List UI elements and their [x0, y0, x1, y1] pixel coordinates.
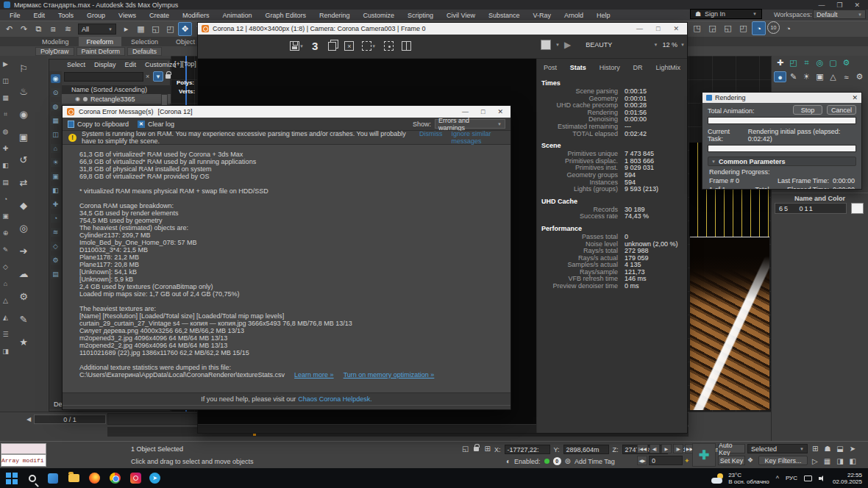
utilities-tab-icon[interactable]: ⚙: [840, 57, 853, 68]
filter-icon[interactable]: ▤: [51, 270, 60, 279]
spacewarps-category-icon[interactable]: ≈: [840, 71, 853, 82]
tool-icon[interactable]: ◨: [1, 346, 10, 356]
telegram-icon[interactable]: ➤: [149, 473, 160, 484]
search-input[interactable]: [65, 73, 143, 81]
maximize-button[interactable]: □: [481, 108, 485, 115]
selection-region-icon[interactable]: ◱: [149, 22, 163, 36]
create-key-button[interactable]: ✚: [692, 443, 716, 467]
visibility-eye-icon[interactable]: ◉: [75, 96, 80, 102]
filter-icon[interactable]: ◧: [51, 186, 60, 195]
tool-icon[interactable]: ✎: [1, 245, 10, 254]
go-to-start-button[interactable]: |◀◀: [637, 444, 648, 453]
menu-item[interactable]: Help: [590, 12, 617, 19]
minimize-button[interactable]: —: [462, 108, 469, 115]
tool-icon[interactable]: ☰: [1, 329, 10, 339]
tool-icon[interactable]: ✚: [1, 143, 10, 153]
firefox-icon[interactable]: [88, 472, 101, 485]
tool-icon[interactable]: ➔: [16, 244, 31, 257]
menu-item[interactable]: Substance: [482, 12, 527, 19]
duplicate-to-history-icon[interactable]: [328, 42, 336, 51]
show-filter-dropdown[interactable]: Errors and warnings ▼: [435, 119, 505, 129]
menu-item[interactable]: File: [3, 12, 27, 19]
tool-icon[interactable]: ⌗: [1, 110, 10, 119]
selection-lock-icon[interactable]: [474, 445, 479, 453]
angle-snap-icon[interactable]: ◲: [705, 21, 719, 35]
filter-icon[interactable]: ⚙: [51, 256, 60, 265]
vfb-titlebar[interactable]: Corona 12 | 4800×3400px (1:8) | Camera: …: [198, 23, 687, 35]
lights-category-icon[interactable]: ☀: [800, 71, 813, 82]
undo-icon[interactable]: ↶: [2, 22, 16, 36]
tool-icon[interactable]: ▦: [1, 93, 10, 102]
select-by-name-icon[interactable]: ▦: [134, 22, 148, 36]
vfb-minimize-button[interactable]: —: [636, 25, 643, 32]
tool-icon[interactable]: ◫: [1, 76, 10, 85]
create-tab-icon[interactable]: ✚: [774, 57, 786, 68]
maximize-viewport-icon[interactable]: ◧: [850, 457, 856, 465]
explorer-menu-item[interactable]: Display: [90, 61, 121, 68]
explorer-menu-item[interactable]: Edit: [121, 61, 141, 68]
name-color-rollout[interactable]: Name and Color: [772, 193, 868, 202]
menu-item[interactable]: Modifiers: [176, 12, 216, 19]
close-button[interactable]: ✕: [854, 1, 860, 9]
bind-spacewarp-icon[interactable]: ≋: [61, 22, 75, 36]
dismiss-link[interactable]: Dismiss: [419, 130, 443, 145]
tool-icon[interactable]: ◉: [16, 107, 31, 121]
current-frame-field[interactable]: 0: [649, 456, 683, 465]
menu-item[interactable]: Graph Editors: [258, 12, 313, 19]
workspace-dropdown[interactable]: Default ▼: [813, 10, 866, 19]
instagram-icon[interactable]: [129, 472, 142, 485]
zero-badge[interactable]: 0: [553, 457, 561, 465]
tab-history[interactable]: History: [600, 64, 620, 71]
filter-toggle-icon[interactable]: ▼: [153, 71, 163, 82]
spinner-snap-icon[interactable]: ◰: [736, 21, 750, 35]
zoom-dropdown[interactable]: 12 % ▼: [663, 41, 685, 49]
ignore-similar-link[interactable]: Ignore similar messages: [451, 130, 505, 145]
save-image-icon[interactable]: ▼: [290, 41, 304, 51]
pan-view-icon[interactable]: ⬓: [836, 445, 843, 453]
zoom-all-icon[interactable]: ▦: [824, 457, 830, 465]
tool-icon[interactable]: ▶: [1, 59, 10, 68]
tool-icon[interactable]: ♨: [16, 85, 31, 98]
learn-more-link[interactable]: Learn more »: [294, 371, 334, 378]
widgets-icon[interactable]: [46, 472, 60, 485]
menu-item[interactable]: Group: [80, 12, 112, 19]
speaker-icon[interactable]: [819, 475, 826, 482]
explorer-menu-item[interactable]: Customize: [140, 61, 181, 68]
filter-icon[interactable]: ☀: [51, 158, 60, 167]
close-button[interactable]: ✕: [497, 108, 503, 115]
tool-icon[interactable]: ▤: [1, 177, 10, 187]
menu-item[interactable]: Views: [112, 12, 143, 19]
hierarchy-tab-icon[interactable]: ⌗: [800, 57, 813, 68]
filter-icon[interactable]: ≋: [51, 228, 60, 237]
tool-icon[interactable]: ✎: [16, 312, 31, 326]
tab-stats[interactable]: Stats: [570, 64, 586, 71]
snap-toggle-icon[interactable]: ◳: [690, 21, 704, 35]
tool-icon[interactable]: ⇄: [16, 176, 31, 189]
filter-icon[interactable]: ◍: [51, 102, 60, 111]
filter-icon[interactable]: ▣: [51, 172, 60, 181]
ribbon-subtab[interactable]: Paint Deform: [77, 47, 126, 56]
tab-selection[interactable]: Selection: [123, 37, 166, 46]
tab-post[interactable]: Post: [544, 64, 557, 71]
tool-icon[interactable]: ⌂: [1, 279, 10, 288]
chrome-icon[interactable]: [108, 472, 121, 485]
tool-icon[interactable]: ↺: [16, 153, 31, 166]
helpers-category-icon[interactable]: △: [827, 71, 839, 82]
explorer-column-header[interactable]: Name (Sorted Ascending): [62, 85, 171, 94]
language-indicator[interactable]: РУС: [786, 475, 797, 481]
minimize-button[interactable]: —: [818, 1, 825, 9]
play-icon[interactable]: ▶: [564, 40, 571, 50]
maximize-button[interactable]: ❐: [836, 1, 842, 9]
menu-item[interactable]: Tools: [51, 12, 80, 19]
menu-item[interactable]: Create: [143, 12, 176, 19]
filter-icon[interactable]: ◫: [51, 130, 60, 139]
select-link-icon[interactable]: ⧉: [32, 22, 46, 36]
modify-tab-icon[interactable]: ◰: [787, 57, 800, 68]
tool-icon[interactable]: △: [1, 295, 10, 305]
channel-dropdown[interactable]: BEAUTY ▼: [575, 41, 658, 49]
unlink-icon[interactable]: ⧈: [46, 22, 60, 36]
filter-icon[interactable]: ⌂: [51, 144, 60, 153]
filters-paw-icon[interactable]: ❖: [747, 456, 753, 464]
explorer-menu-item[interactable]: Select: [63, 61, 90, 68]
pick-focus-icon[interactable]: [384, 41, 394, 51]
